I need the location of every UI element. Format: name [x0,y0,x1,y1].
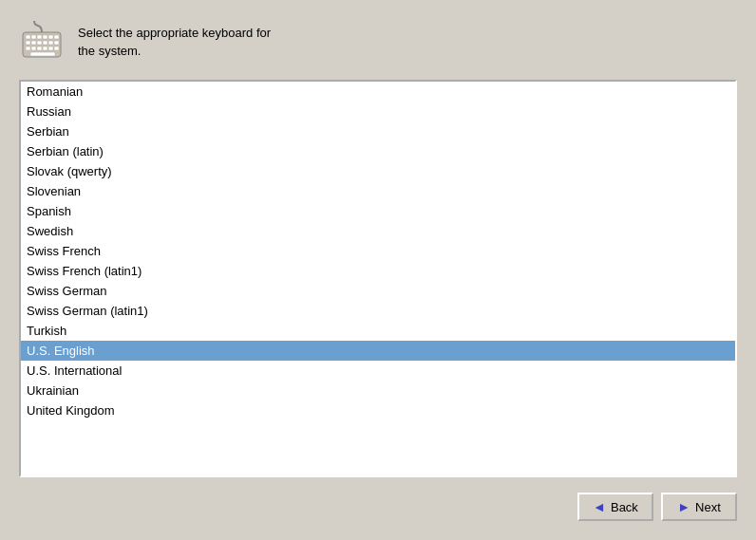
svg-rect-19 [30,52,55,56]
header: Select the appropriate keyboard for the … [19,19,737,65]
svg-rect-6 [54,35,59,39]
next-button[interactable]: ► Next [661,493,737,521]
list-item[interactable]: Swedish [21,221,735,241]
svg-rect-10 [43,41,47,45]
next-label: Next [695,500,721,514]
back-label: Back [611,500,638,514]
keyboard-list-scroll[interactable]: RomanianRussianSerbianSerbian (latin)Slo… [21,82,735,475]
list-item[interactable]: Serbian [21,121,735,141]
back-arrow-icon: ◄ [593,499,606,514]
svg-rect-2 [31,35,36,39]
list-item[interactable]: Spanish [21,201,735,221]
list-item[interactable]: Ukrainian [21,381,735,400]
list-item[interactable]: Swiss German (latin1) [21,301,735,321]
header-instruction: Select the appropriate keyboard for the … [78,24,271,61]
svg-rect-18 [54,47,59,50]
svg-rect-11 [48,41,53,45]
list-item[interactable]: Romanian [21,82,735,102]
list-item[interactable]: Swiss French [21,241,735,261]
svg-rect-4 [43,35,47,39]
list-item[interactable]: Turkish [21,321,735,341]
list-item[interactable]: Slovak (qwerty) [21,161,735,181]
svg-rect-17 [48,47,53,50]
svg-rect-1 [26,35,30,39]
svg-rect-14 [31,47,36,50]
svg-rect-5 [48,35,53,39]
svg-rect-16 [43,47,47,50]
svg-rect-7 [26,41,30,45]
next-arrow-icon: ► [677,499,690,514]
svg-rect-13 [26,47,30,50]
keyboard-selection-window: Select the appropriate keyboard for the … [0,0,756,540]
list-item[interactable]: Swiss German [21,281,735,301]
svg-rect-8 [31,41,36,45]
list-item[interactable]: Slovenian [21,181,735,201]
list-item[interactable]: United Kingdom [21,400,735,420]
list-item[interactable]: U.S. International [21,361,735,381]
footer-buttons: ◄ Back ► Next [19,493,737,521]
list-item[interactable]: U.S. English [21,341,735,361]
keyboard-icon [19,19,65,65]
svg-rect-9 [37,41,42,45]
keyboard-list-container: RomanianRussianSerbianSerbian (latin)Slo… [19,80,737,477]
list-item[interactable]: Russian [21,102,735,121]
svg-rect-12 [54,41,59,45]
list-item[interactable]: Swiss French (latin1) [21,261,735,281]
back-button[interactable]: ◄ Back [577,493,653,521]
svg-rect-3 [37,35,42,39]
list-item[interactable]: Serbian (latin) [21,141,735,161]
svg-rect-15 [37,47,42,50]
